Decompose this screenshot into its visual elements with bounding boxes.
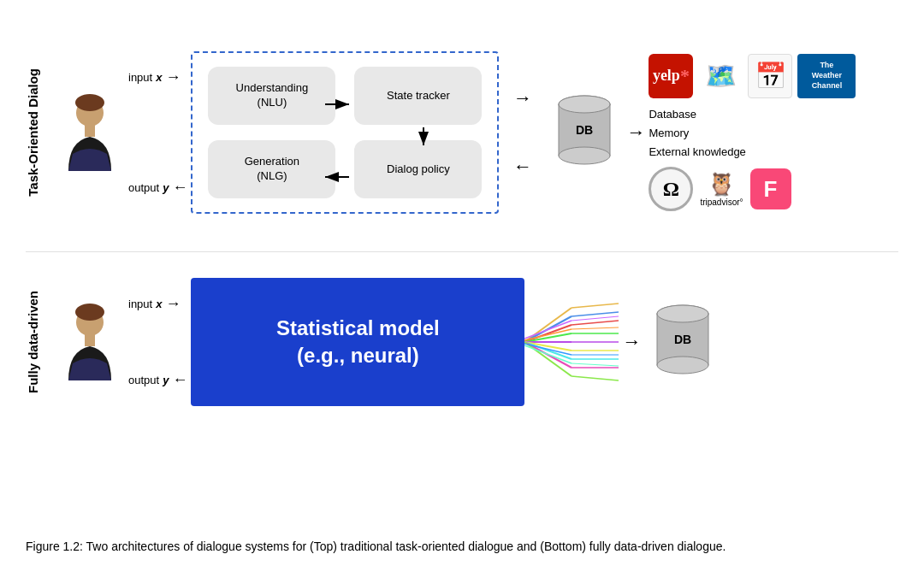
input-arrow-top: → [165,68,181,86]
svg-line-35 [524,321,572,339]
memory-text: Memory [649,124,745,143]
arrows-box-to-db: → ← [499,64,546,201]
wikipedia-icon: Ω [649,167,693,211]
avatar-bottom [60,304,120,380]
svg-text:DB: DB [576,123,593,137]
bottom-section: Fully data-driven input x → output y ← [26,261,898,423]
svg-line-39 [572,316,619,321]
figure-caption: Figure 1.2: Two architectures of dialogu… [26,538,898,556]
model-line1: Statistical model [276,315,440,342]
svg-line-37 [572,327,619,329]
output-arrow-bottom: ← [172,371,187,389]
caption-text: Figure 1.2: Two architectures of dialogu… [26,539,726,553]
input-var-bottom: x [156,298,162,310]
db-cylinder-svg-bottom: DB [653,304,713,380]
io-labels-bottom: input x → output y ← [128,295,187,389]
icons-bottom-row: Ω 🦉 tripadvisor° F [649,167,791,211]
output-var-bottom: y [163,374,169,386]
input-label-bottom: input x → [128,295,187,313]
foursquare-icon: F [750,168,791,209]
ext-knowledge-text: External knowledge [649,143,745,162]
avatar-svg-top [60,94,120,171]
top-section-label: Task-Oriented Dialog [26,68,51,197]
svg-rect-2 [85,125,95,137]
svg-line-26 [572,321,619,325]
svg-line-36 [524,345,572,363]
db-text: Database [649,105,745,124]
statistical-model-box: Statistical model (e.g., neural) [191,278,524,406]
output-text-top: output [128,181,159,194]
output-text-bottom: output [128,374,159,386]
tripadvisor-icon: 🦉 tripadvisor° [700,171,743,207]
icons-top-row: yelp* 🗺️ 📅 The Weather Channel [649,54,856,98]
svg-text:DB: DB [674,333,691,346]
db-bottom: DB [653,304,713,380]
svg-point-9 [559,147,610,164]
avatar-top [60,94,120,171]
input-label-top: input x → [128,68,187,86]
yelp-icon: yelp* [649,54,693,98]
output-label-bottom: output y ← [128,371,187,389]
output-arrow-top: ← [172,179,187,197]
output-label-top: output y ← [128,179,187,197]
svg-point-13 [75,304,104,321]
svg-line-24 [572,304,619,308]
wire-bundle-svg [524,291,619,393]
tripadvisor-label: tripadvisor° [700,198,743,207]
svg-line-21 [524,342,572,359]
arrow-wire-to-db: → [622,331,641,353]
db-top: DB [554,94,614,171]
svg-point-43 [657,357,708,374]
nlg-module: Generation(NLG) [208,140,335,198]
svg-point-1 [75,94,104,111]
knowledge-text: Database Memory External knowledge [649,105,745,162]
section-divider [26,251,898,252]
svg-line-40 [572,363,619,366]
svg-line-32 [572,376,619,380]
dialog-policy-module: Dialog policy [354,140,482,198]
svg-line-25 [572,312,619,316]
svg-point-44 [657,305,708,322]
arrow-from-db-1: ← [513,156,532,178]
pipeline-dashed-box: Understanding(NLU) State tracker Generat… [191,51,499,214]
state-tracker-module: State tracker [354,67,482,125]
input-text-bottom: input [128,298,152,310]
nlu-module: Understanding(NLU) [208,67,335,125]
model-line2: (e.g., neural) [297,342,419,369]
arrow-to-db-1: → [513,87,532,109]
svg-line-17 [524,325,572,342]
input-arrow-bottom: → [165,295,181,313]
svg-point-10 [559,96,610,113]
avatar-svg-bottom [60,304,120,380]
bottom-section-label: Fully data-driven [26,291,51,393]
io-labels-top: input x → output y ← [128,68,187,197]
db-cylinder-svg-top: DB [554,94,614,171]
input-text-top: input [128,71,152,84]
svg-rect-14 [85,334,95,346]
right-knowledge-panel: yelp* 🗺️ 📅 The Weather Channel Database [649,54,856,211]
main-container: Task-Oriented Dialog input x → [0,0,924,566]
weather-channel-icon: The Weather Channel [797,54,856,98]
arrow-db-to-icons: → [626,121,645,144]
input-var-top: x [156,71,162,84]
output-var-top: y [163,181,169,194]
maps-icon: 🗺️ [698,54,743,98]
wire-bundle [524,291,619,393]
calendar-icon: 📅 [748,54,792,98]
top-section: Task-Oriented Dialog input x → [26,17,898,248]
